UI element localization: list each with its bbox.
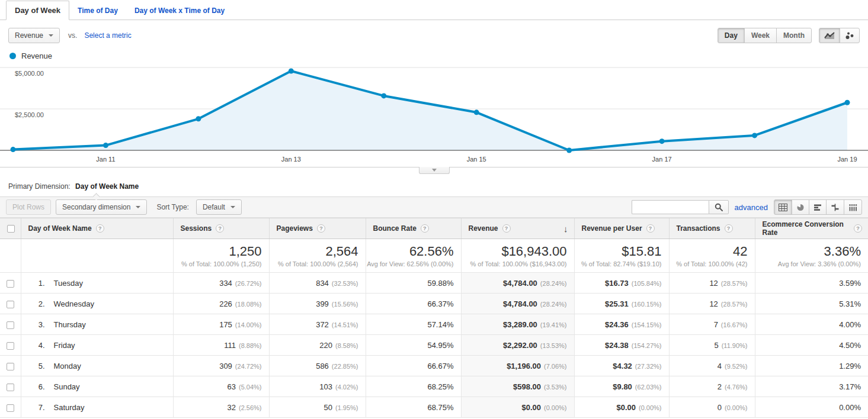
total-revenue-per-user: $15.81% of Total: 82.74% ($19.10) xyxy=(574,239,669,273)
metric-cell: 66.67% xyxy=(366,356,461,376)
help-icon[interactable]: ? xyxy=(502,224,511,233)
metric-cell: $4,784.00(28.24%) xyxy=(461,273,574,294)
table-row: 6.Sunday 63(5.04%) 103(4.02%) 68.25% $59… xyxy=(0,376,868,397)
view-table-button[interactable] xyxy=(774,199,792,215)
metric-cell: 63(5.04%) xyxy=(173,376,269,397)
metric-selector-dropdown[interactable]: Revenue xyxy=(8,28,60,43)
row-dimension: Saturday xyxy=(54,403,85,412)
svg-text:Jan 17: Jan 17 xyxy=(652,156,672,163)
help-icon[interactable]: ? xyxy=(317,224,325,233)
secondary-dimension-dropdown[interactable]: Secondary dimension xyxy=(56,199,147,215)
help-icon[interactable]: ? xyxy=(96,224,104,233)
metric-cell: 3.59% xyxy=(755,273,868,294)
metric-cell: 399(15.56%) xyxy=(269,294,366,314)
metric-cell: 0.00% xyxy=(755,397,868,418)
advanced-search-link[interactable]: advanced xyxy=(735,203,768,212)
metric-cell: $2,292.00(13.53%) xyxy=(461,335,574,356)
metric-cell: 103(4.02%) xyxy=(269,376,366,397)
report-tabbar: Day of Week Time of Day Day of Week x Ti… xyxy=(0,0,868,20)
report-table: Day of Week Name? Sessions? Pageviews? B… xyxy=(0,218,868,418)
column-header-bounce-rate[interactable]: Bounce Rate? xyxy=(366,218,461,239)
metric-cell: 2(4.76%) xyxy=(669,376,755,397)
row-checkbox[interactable] xyxy=(7,301,14,308)
motion-chart-button[interactable] xyxy=(840,28,860,43)
sort-type-dropdown[interactable]: Default xyxy=(196,199,242,215)
metric-cell: 68.25% xyxy=(366,376,461,397)
metric-cell: 586(22.85%) xyxy=(269,356,366,376)
view-percentage-button[interactable] xyxy=(792,199,809,215)
tab-time-of-day[interactable]: Time of Day xyxy=(69,2,126,20)
total-bounce-rate: 62.56%Avg for View: 62.56% (0.00%) xyxy=(366,239,461,273)
row-checkbox[interactable] xyxy=(7,363,14,370)
view-pivot-button[interactable] xyxy=(844,199,862,215)
column-header-ecommerce-conversion-rate[interactable]: Ecommerce Conversion Rate? xyxy=(755,218,868,239)
line-chart-button[interactable] xyxy=(819,28,840,43)
primary-dimension-value[interactable]: Day of Week Name xyxy=(75,182,139,191)
metric-cell: $598.00(3.53%) xyxy=(461,376,574,397)
pie-chart-icon xyxy=(796,204,805,211)
metric-cell: 50(1.95%) xyxy=(269,397,366,418)
table-row: 3.Thursday 175(14.00%) 372(14.51%) 57.14… xyxy=(0,314,868,335)
metric-cell: 1.29% xyxy=(755,356,868,376)
help-icon[interactable]: ? xyxy=(854,224,862,233)
help-icon[interactable]: ? xyxy=(421,224,429,233)
legend-series-label: Revenue xyxy=(21,51,52,60)
row-checkbox[interactable] xyxy=(7,383,14,391)
column-header-revenue[interactable]: Revenue? ↓ xyxy=(461,218,574,239)
column-header-revenue-per-user[interactable]: Revenue per User? xyxy=(574,218,669,239)
row-dimension: Tuesday xyxy=(54,279,83,288)
metric-cell: 226(18.08%) xyxy=(173,294,269,314)
tab-day-of-week-x-time-of-day[interactable]: Day of Week x Time of Day xyxy=(126,2,233,20)
table-row: 2.Wednesday 226(18.08%) 399(15.56%) 66.3… xyxy=(0,294,868,314)
help-icon[interactable]: ? xyxy=(646,224,655,233)
granularity-month-button[interactable]: Month xyxy=(776,28,812,43)
column-header-transactions[interactable]: Transactions? xyxy=(669,218,755,239)
granularity-week-button[interactable]: Week xyxy=(744,28,777,43)
row-checkbox[interactable] xyxy=(7,342,14,350)
svg-text:$5,000.00: $5,000.00 xyxy=(15,70,44,77)
metric-cell: 57.14% xyxy=(366,314,461,335)
tab-day-of-week[interactable]: Day of Week xyxy=(6,1,69,20)
metric-cell: 12(28.57%) xyxy=(669,294,755,314)
revenue-chart-svg: $2,500.00$5,000.00Jan 11Jan 13Jan 15Jan … xyxy=(0,63,868,165)
chart-controls: Revenue vs. Select a metric Day Week Mon… xyxy=(0,20,868,48)
row-index: 7. xyxy=(30,403,45,412)
column-header-day-of-week-name[interactable]: Day of Week Name? xyxy=(21,218,173,239)
metric-cell: $16.73(105.84%) xyxy=(574,273,669,294)
row-index: 2. xyxy=(30,299,45,308)
row-checkbox[interactable] xyxy=(7,321,14,329)
column-header-sessions[interactable]: Sessions? xyxy=(173,218,269,239)
row-checkbox[interactable] xyxy=(7,280,14,288)
table-search-input[interactable] xyxy=(632,200,709,214)
help-icon[interactable]: ? xyxy=(725,224,733,233)
metric-cell: 4(9.52%) xyxy=(669,356,755,376)
select-a-metric-link[interactable]: Select a metric xyxy=(84,31,131,40)
table-body: 1.Tuesday 334(26.72%) 834(32.53%) 59.88%… xyxy=(0,273,868,418)
search-button[interactable] xyxy=(709,200,729,214)
vs-label: vs. xyxy=(68,31,77,40)
granularity-day-button[interactable]: Day xyxy=(718,28,745,43)
svg-text:Jan 15: Jan 15 xyxy=(467,156,486,163)
column-header-pageviews[interactable]: Pageviews? xyxy=(269,218,366,239)
series-dot-icon xyxy=(9,53,16,59)
metric-cell: 309(24.72%) xyxy=(173,356,269,376)
view-comparison-button[interactable] xyxy=(826,199,844,215)
search-icon xyxy=(715,203,723,211)
sort-type-value: Default xyxy=(203,203,225,211)
motion-chart-icon xyxy=(845,31,854,40)
row-dimension: Wednesday xyxy=(54,299,94,308)
row-checkbox[interactable] xyxy=(7,404,14,412)
help-icon[interactable]: ? xyxy=(216,224,224,233)
chart-collapse-button[interactable] xyxy=(419,167,450,174)
svg-text:$2,500.00: $2,500.00 xyxy=(15,111,44,118)
plot-rows-button[interactable]: Plot Rows xyxy=(6,199,51,215)
row-dimension: Thursday xyxy=(54,320,86,329)
row-dimension: Monday xyxy=(54,362,81,370)
view-performance-button[interactable] xyxy=(809,199,827,215)
metric-cell: 12(28.57%) xyxy=(669,273,755,294)
table-row: 7.Saturday 32(2.56%) 50(1.95%) 68.75% $0… xyxy=(0,397,868,418)
metric-cell: $4,784.00(28.24%) xyxy=(461,294,574,314)
select-all-checkbox[interactable] xyxy=(7,225,15,233)
metric-cell: 68.75% xyxy=(366,397,461,418)
sort-descending-icon: ↓ xyxy=(563,224,568,234)
